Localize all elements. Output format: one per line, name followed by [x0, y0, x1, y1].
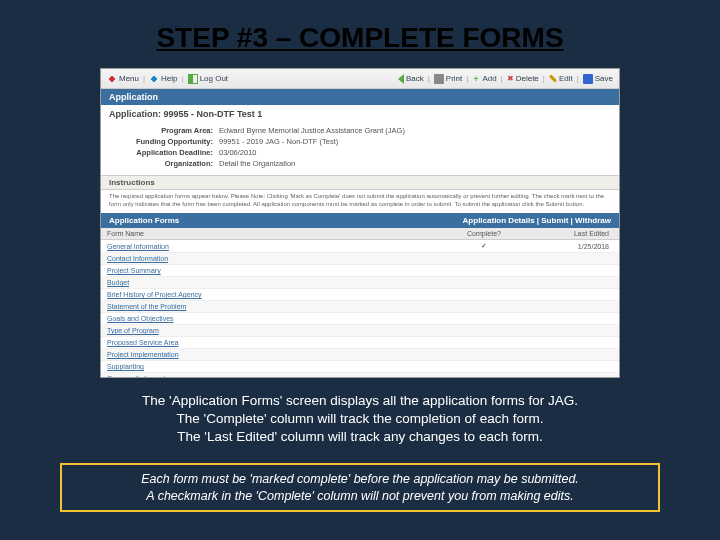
last-edited-cell	[529, 373, 619, 379]
complete-cell	[439, 373, 529, 379]
forms-bar: Application Forms Application Details | …	[101, 213, 619, 228]
complete-cell	[439, 337, 529, 349]
table-row: General Information✓1/25/2018	[101, 240, 619, 253]
col-last-edited: Last Edited	[529, 228, 619, 240]
form-link[interactable]: Budget	[101, 277, 439, 289]
org-label: Organization:	[109, 159, 219, 168]
last-edited-cell	[529, 349, 619, 361]
table-row: Community Impact	[101, 373, 619, 379]
col-form-name: Form Name	[101, 228, 439, 240]
logout-button[interactable]: Log Out	[188, 74, 228, 84]
form-link[interactable]: Project Implementation	[101, 349, 439, 361]
form-link[interactable]: Brief History of Project Agency	[101, 289, 439, 301]
form-link[interactable]: General Information	[101, 240, 439, 253]
last-edited-cell	[529, 337, 619, 349]
complete-cell: ✓	[439, 240, 529, 253]
table-row: Supplanting	[101, 361, 619, 373]
deadline-label: Application Deadline:	[109, 148, 219, 157]
forms-heading: Application Forms	[109, 216, 179, 225]
form-link[interactable]: Goals and Objectives	[101, 313, 439, 325]
edit-button[interactable]: Edit	[549, 74, 573, 83]
slide-caption: The 'Application Forms' screen displays …	[0, 378, 720, 457]
edit-icon	[549, 75, 557, 83]
table-row: Project Implementation	[101, 349, 619, 361]
last-edited-cell: 1/25/2018	[529, 240, 619, 253]
program-area-label: Program Area:	[109, 126, 219, 135]
app-screenshot: Menu | Help | Log Out Back | Print | ＋Ad…	[100, 68, 620, 378]
form-link[interactable]: Supplanting	[101, 361, 439, 373]
complete-cell	[439, 361, 529, 373]
forms-links[interactable]: Application Details | Submit | Withdraw	[463, 216, 611, 225]
menu-button[interactable]: Menu	[107, 74, 139, 84]
forms-table: Form Name Complete? Last Edited General …	[101, 228, 619, 378]
complete-cell	[439, 277, 529, 289]
funding-opp-value: 99951 - 2019 JAG - Non-DTF (Test)	[219, 137, 338, 146]
complete-cell	[439, 313, 529, 325]
logout-icon	[188, 74, 198, 84]
form-link[interactable]: Contact Information	[101, 253, 439, 265]
form-link[interactable]: Project Summary	[101, 265, 439, 277]
slide-title: STEP #3 – COMPLETE FORMS	[0, 0, 720, 68]
application-details: Program Area:Edward Byrne Memorial Justi…	[101, 123, 619, 175]
last-edited-cell	[529, 277, 619, 289]
col-complete: Complete?	[439, 228, 529, 240]
instructions-heading: Instructions	[101, 175, 619, 190]
help-icon	[149, 74, 159, 84]
instructions-body: The required application forms appear be…	[101, 190, 619, 213]
last-edited-cell	[529, 361, 619, 373]
last-edited-cell	[529, 313, 619, 325]
last-edited-cell	[529, 289, 619, 301]
save-icon	[583, 74, 593, 84]
form-link[interactable]: Type of Program	[101, 325, 439, 337]
deadline-value: 03/06/2010	[219, 148, 257, 157]
table-row: Contact Information	[101, 253, 619, 265]
table-row: Type of Program	[101, 325, 619, 337]
program-area-value: Edward Byrne Memorial Justice Assistance…	[219, 126, 405, 135]
last-edited-cell	[529, 301, 619, 313]
table-row: Budget	[101, 277, 619, 289]
complete-cell	[439, 325, 529, 337]
table-row: Statement of the Problem	[101, 301, 619, 313]
table-row: Project Summary	[101, 265, 619, 277]
complete-cell	[439, 301, 529, 313]
org-value: Detail the Organization	[219, 159, 295, 168]
complete-cell	[439, 265, 529, 277]
delete-icon: ✖	[507, 74, 514, 83]
last-edited-cell	[529, 325, 619, 337]
print-icon	[434, 74, 444, 84]
print-button[interactable]: Print	[434, 74, 462, 84]
last-edited-cell	[529, 253, 619, 265]
delete-button[interactable]: ✖Delete	[507, 74, 539, 83]
help-button[interactable]: Help	[149, 74, 177, 84]
menu-icon	[107, 74, 117, 84]
application-bar: Application	[101, 89, 619, 105]
table-row: Brief History of Project Agency	[101, 289, 619, 301]
form-link[interactable]: Proposed Service Area	[101, 337, 439, 349]
add-button[interactable]: ＋Add	[472, 73, 496, 84]
form-link[interactable]: Statement of the Problem	[101, 301, 439, 313]
complete-cell	[439, 289, 529, 301]
back-button[interactable]: Back	[398, 74, 424, 84]
top-toolbar: Menu | Help | Log Out Back | Print | ＋Ad…	[101, 69, 619, 89]
complete-cell	[439, 349, 529, 361]
funding-opp-label: Funding Opportunity:	[109, 137, 219, 146]
save-button[interactable]: Save	[583, 74, 613, 84]
add-icon: ＋	[472, 73, 480, 84]
complete-cell	[439, 253, 529, 265]
form-link[interactable]: Community Impact	[101, 373, 439, 379]
note-box: Each form must be 'marked complete' befo…	[60, 463, 660, 513]
application-subtitle: Application: 99955 - Non-DTF Test 1	[101, 105, 619, 123]
table-row: Goals and Objectives	[101, 313, 619, 325]
last-edited-cell	[529, 265, 619, 277]
back-icon	[398, 74, 404, 84]
table-row: Proposed Service Area	[101, 337, 619, 349]
